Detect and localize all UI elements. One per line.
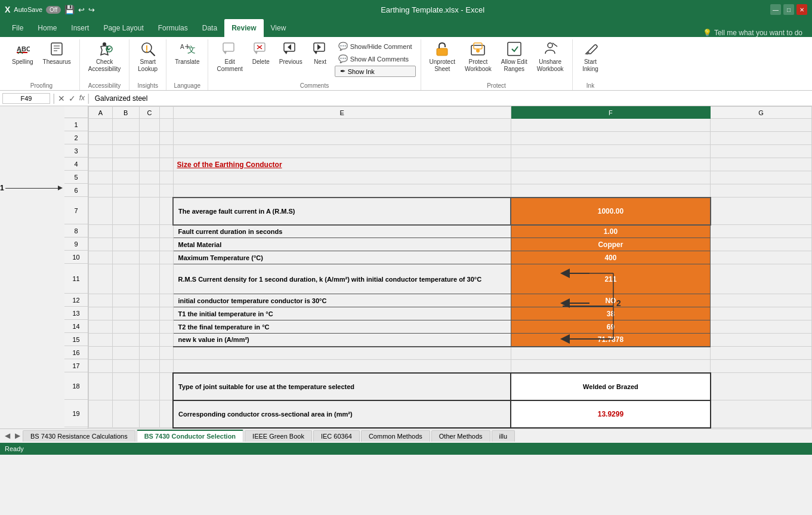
cell-f15[interactable]: 71.7878	[511, 334, 710, 347]
cell-b10[interactable]	[112, 251, 139, 264]
cell-f19[interactable]: 13.9299	[511, 400, 710, 428]
cell-e17[interactable]	[173, 360, 511, 373]
cell-b14[interactable]	[112, 320, 139, 334]
cell-b4[interactable]	[112, 158, 139, 171]
cell-a8[interactable]	[89, 225, 113, 238]
cell-b16[interactable]	[112, 347, 139, 360]
tab-file[interactable]: File	[5, 19, 30, 37]
cell-e11[interactable]: R.M.S Current density for 1 second durat…	[173, 264, 511, 294]
cell-c8[interactable]	[139, 225, 159, 238]
cell-a7[interactable]	[89, 198, 113, 225]
start-inking-button[interactable]: StartInking	[579, 39, 603, 74]
cell-d8[interactable]	[159, 225, 173, 238]
cell-g16[interactable]	[711, 347, 812, 360]
close-button[interactable]: ✕	[796, 4, 807, 15]
cell-g8[interactable]	[711, 225, 812, 238]
save-icon[interactable]: 💾	[64, 5, 75, 14]
cell-b8[interactable]	[112, 225, 139, 238]
cell-d16[interactable]	[159, 347, 173, 360]
cell-g14[interactable]	[711, 320, 812, 334]
cell-d12[interactable]	[159, 294, 173, 307]
cell-e12[interactable]: initial conductor temperature conductor …	[173, 294, 511, 307]
cell-g12[interactable]	[711, 294, 812, 307]
cell-g3[interactable]	[711, 145, 812, 158]
cell-b3[interactable]	[112, 145, 139, 158]
cell-a1[interactable]	[89, 119, 113, 132]
cell-f3[interactable]	[511, 145, 710, 158]
show-hide-comment-button[interactable]: 💬 Show/Hide Comment	[335, 41, 416, 52]
cell-b17[interactable]	[112, 360, 139, 373]
cell-a4[interactable]	[89, 158, 113, 171]
cell-g10[interactable]	[711, 251, 812, 264]
cell-g1[interactable]	[711, 119, 812, 132]
cell-c13[interactable]	[139, 307, 159, 320]
grid-container[interactable]: A B C E F G	[88, 106, 812, 428]
show-all-comments-button[interactable]: 💬 Show All Comments	[335, 53, 416, 64]
translate-button[interactable]: A文 Translate	[171, 39, 203, 67]
cell-d1[interactable]	[159, 119, 173, 132]
unprotect-sheet-button[interactable]: UnprotectSheet	[426, 39, 459, 74]
cell-a13[interactable]	[89, 307, 113, 320]
name-box[interactable]	[2, 93, 50, 104]
cell-d18[interactable]	[159, 373, 173, 400]
cell-b19[interactable]	[112, 400, 139, 428]
cell-f6[interactable]	[511, 184, 710, 198]
cell-g15[interactable]	[711, 334, 812, 347]
cell-g9[interactable]	[711, 238, 812, 251]
cell-e15[interactable]: new k value in (A/mm²)	[173, 334, 511, 347]
cell-f8[interactable]: 1.00	[511, 225, 710, 238]
cell-g6[interactable]	[711, 184, 812, 198]
next-button[interactable]: Next	[308, 39, 332, 67]
cell-c6[interactable]	[139, 184, 159, 198]
cell-a3[interactable]	[89, 145, 113, 158]
cell-f13[interactable]: 38	[511, 307, 710, 320]
formula-input[interactable]	[92, 94, 810, 103]
cell-a11[interactable]	[89, 264, 113, 294]
cell-b18[interactable]	[112, 373, 139, 400]
cell-d19[interactable]	[159, 400, 173, 428]
cell-d2[interactable]	[159, 132, 173, 145]
cell-a16[interactable]	[89, 347, 113, 360]
check-accessibility-button[interactable]: CheckAccessibility	[85, 39, 124, 74]
thesaurus-button[interactable]: Thesaurus	[39, 39, 75, 67]
cell-f1[interactable]	[511, 119, 710, 132]
tab-insert[interactable]: Insert	[64, 19, 96, 37]
cell-a10[interactable]	[89, 251, 113, 264]
redo-icon[interactable]: ↪	[88, 5, 95, 14]
confirm-formula-icon[interactable]: ✓	[69, 94, 76, 103]
cell-g17[interactable]	[711, 360, 812, 373]
cell-f17[interactable]	[511, 360, 710, 373]
sheet-tab-ieee[interactable]: IEEE Green Book	[245, 430, 312, 442]
cell-a2[interactable]	[89, 132, 113, 145]
search-bar[interactable]: 💡 Tell me what you want to do	[698, 29, 807, 37]
tab-page-layout[interactable]: Page Layout	[96, 19, 150, 37]
cell-a15[interactable]	[89, 334, 113, 347]
sheet-nav-left[interactable]: ◀	[2, 431, 13, 440]
cell-d4[interactable]	[159, 158, 173, 171]
cell-b12[interactable]	[112, 294, 139, 307]
tab-view[interactable]: View	[264, 19, 294, 37]
previous-button[interactable]: Previous	[276, 39, 306, 67]
cell-b9[interactable]	[112, 238, 139, 251]
cell-a19[interactable]	[89, 400, 113, 428]
protect-workbook-button[interactable]: ProtectWorkbook	[461, 39, 495, 74]
cell-b11[interactable]	[112, 264, 139, 294]
cell-c14[interactable]	[139, 320, 159, 334]
cell-c9[interactable]	[139, 238, 159, 251]
cell-c16[interactable]	[139, 347, 159, 360]
cell-f16[interactable]	[511, 347, 710, 360]
cell-e2[interactable]	[173, 132, 511, 145]
tab-formulas[interactable]: Formulas	[151, 19, 195, 37]
cell-e4[interactable]: Size of the Earthing Conductor	[173, 158, 511, 171]
cell-e1[interactable]	[173, 119, 511, 132]
cell-f14[interactable]: 69	[511, 320, 710, 334]
cell-a14[interactable]	[89, 320, 113, 334]
cell-a6[interactable]	[89, 184, 113, 198]
cell-a17[interactable]	[89, 360, 113, 373]
cell-e13[interactable]: T1 the initial temperature in °C	[173, 307, 511, 320]
allow-edit-ranges-button[interactable]: Allow EditRanges	[498, 39, 531, 74]
cell-d5[interactable]	[159, 171, 173, 184]
cell-d14[interactable]	[159, 320, 173, 334]
undo-icon[interactable]: ↩	[78, 5, 85, 14]
cell-a12[interactable]	[89, 294, 113, 307]
